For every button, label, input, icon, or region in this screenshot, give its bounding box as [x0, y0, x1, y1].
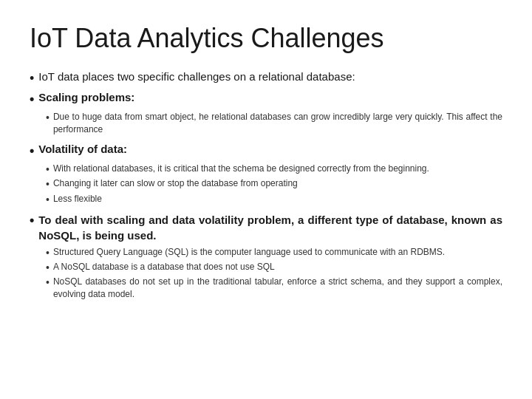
sub-dot-6: •: [46, 261, 50, 274]
volatility-sub-text-3: Less flexible: [53, 193, 102, 205]
volatility-sub-text-2: Changing it later can slow or stop the d…: [53, 177, 298, 190]
bullet-dot-1: •: [30, 70, 34, 87]
bullet-scaling: • Scaling problems: • Due to huge data f…: [30, 91, 502, 137]
sub-dot-7: •: [46, 276, 50, 289]
sub-dot-1: •: [46, 111, 50, 124]
bullet-nosql: • To deal with scaling and data volatili…: [30, 212, 502, 301]
bullet-iot-data: • IoT data places two specific challenge…: [30, 70, 502, 87]
bullet-iot-data-text: IoT data places two specific challenges …: [38, 70, 355, 83]
nosql-sub-list: • Structured Query Language (SQL) is the…: [46, 246, 502, 301]
nosql-sub-item-2: • A NoSQL database is a database that do…: [46, 261, 502, 274]
nosql-sub-item-3: • NoSQL databases do not set up in the t…: [46, 276, 502, 301]
bullet-dot-3: •: [30, 143, 34, 160]
volatility-sub-item-2: • Changing it later can slow or stop the…: [46, 177, 502, 191]
scaling-sub-list: • Due to huge data from smart object, he…: [46, 111, 502, 137]
sub-dot-3: •: [46, 177, 50, 191]
volatility-sub-list: • With relational databases, it is criti…: [46, 163, 502, 206]
sub-dot-2: •: [46, 163, 50, 176]
nosql-sub-text-3: NoSQL databases do not set up in the tra…: [53, 276, 502, 301]
nosql-highlight-text: To deal with scaling and data volatility…: [38, 212, 502, 243]
nosql-sub-item-1: • Structured Query Language (SQL) is the…: [46, 246, 502, 259]
volatility-sub-item-1: • With relational databases, it is criti…: [46, 163, 502, 176]
sub-dot-4: •: [46, 193, 50, 206]
volatility-sub-item-3: • Less flexible: [46, 193, 502, 206]
slide-title: IoT Data Analytics Challenges: [30, 22, 502, 54]
scaling-sub-text-1: Due to huge data from smart object, he r…: [53, 111, 502, 137]
volatility-sub-text-1: With relational databases, it is critica…: [53, 163, 429, 175]
sub-dot-5: •: [46, 246, 50, 259]
bullet-dot-4: •: [30, 212, 34, 229]
slide: IoT Data Analytics Challenges • IoT data…: [0, 0, 532, 399]
bullet-volatility: • Volatility of data: • With relational …: [30, 143, 502, 206]
bullet-volatility-text: Volatility of data:: [38, 143, 127, 155]
main-content: • IoT data places two specific challenge…: [30, 70, 502, 301]
bullet-dot-2: •: [30, 91, 34, 108]
bullet-scaling-text: Scaling problems:: [38, 91, 134, 103]
nosql-sub-text-1: Structured Query Language (SQL) is the c…: [53, 246, 445, 259]
nosql-sub-text-2: A NoSQL database is a database that does…: [53, 261, 275, 273]
scaling-sub-item-1: • Due to huge data from smart object, he…: [46, 111, 502, 137]
